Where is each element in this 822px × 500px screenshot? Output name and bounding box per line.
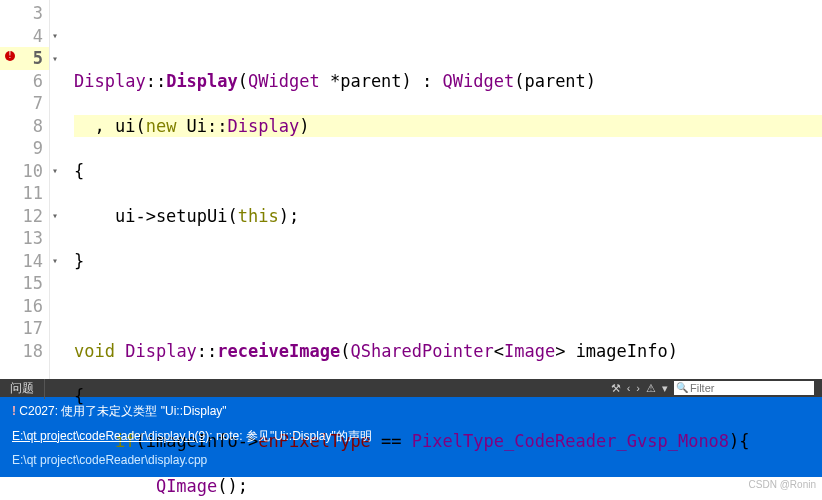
- line-number: 11: [0, 182, 49, 205]
- line-number: 3: [0, 2, 49, 25]
- filter-input[interactable]: [690, 382, 800, 394]
- line-number: 10: [0, 160, 49, 183]
- line-number: 18: [0, 340, 49, 363]
- fold-toggle-icon[interactable]: ▾: [52, 25, 58, 48]
- line-number: 7: [0, 92, 49, 115]
- code-line: ui->setupUi(this);: [74, 205, 822, 228]
- code-line: void Display::receiveImage(QSharedPointe…: [74, 340, 822, 363]
- code-line: }: [74, 250, 822, 273]
- tools-icon[interactable]: ⚒: [611, 377, 621, 400]
- code-line: {: [74, 160, 822, 183]
- code-line-current: , ui(new Ui::Display): [74, 115, 822, 138]
- line-number: 6: [0, 70, 49, 93]
- line-number: 15: [0, 272, 49, 295]
- line-number: 9: [0, 137, 49, 160]
- line-number: 4: [0, 25, 49, 48]
- prev-icon[interactable]: ‹: [627, 377, 631, 400]
- line-number: 14: [0, 250, 49, 273]
- warning-icon[interactable]: ⚠: [646, 377, 656, 400]
- issues-panel-toolbar: ⚒ ‹ › ⚠ ▾ 🔍: [611, 377, 822, 400]
- line-number: 8: [0, 115, 49, 138]
- watermark: CSDN @Ronin: [749, 474, 816, 497]
- fold-toggle-icon[interactable]: ▾: [52, 205, 58, 228]
- error-icon: !: [12, 404, 16, 418]
- code-line: QImage();: [74, 475, 822, 498]
- error-marker-icon[interactable]: !: [5, 51, 15, 61]
- line-number: 13: [0, 227, 49, 250]
- search-icon: 🔍: [674, 377, 690, 400]
- code-editor[interactable]: 3 4 5 ! 6 7 8 9 10 11 12 13 14 15 16 17 …: [0, 0, 822, 379]
- fold-toggle-icon[interactable]: ▾: [52, 160, 58, 183]
- line-number: 17: [0, 317, 49, 340]
- filter-funnel-icon[interactable]: ▾: [662, 377, 668, 400]
- fold-toggle-icon[interactable]: ▾: [52, 48, 58, 71]
- filter-box[interactable]: 🔍: [674, 381, 814, 395]
- code-line: [74, 25, 822, 48]
- code-line: [74, 295, 822, 318]
- fold-column: ▾ ▾ ▾ ▾ ▾: [50, 0, 70, 379]
- code-area[interactable]: Display::Display(QWidget *parent) : QWid…: [70, 0, 822, 379]
- issues-panel-title[interactable]: 问题: [0, 377, 45, 400]
- next-icon[interactable]: ›: [636, 377, 640, 400]
- line-number: 12: [0, 205, 49, 228]
- fold-toggle-icon[interactable]: ▾: [52, 250, 58, 273]
- file-link[interactable]: E:\qt project\codeReader\display.h(9): [12, 429, 209, 443]
- line-number: 16: [0, 295, 49, 318]
- line-number-gutter: 3 4 5 ! 6 7 8 9 10 11 12 13 14 15 16 17 …: [0, 0, 50, 379]
- code-line: Display::Display(QWidget *parent) : QWid…: [74, 70, 822, 93]
